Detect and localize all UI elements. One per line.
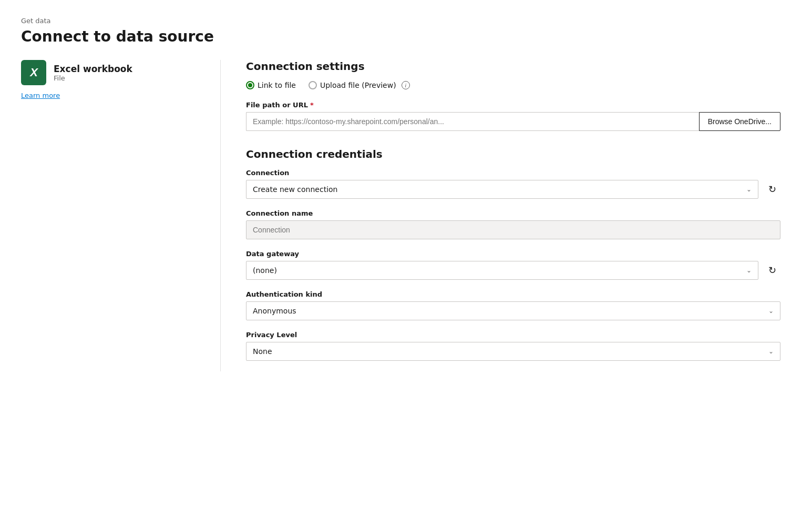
radio-circle-link-to-file bbox=[246, 81, 254, 89]
connection-name-label: Connection name bbox=[246, 209, 780, 217]
radio-dot-link-to-file bbox=[248, 83, 252, 87]
data-gateway-value: (none) bbox=[253, 266, 277, 275]
chevron-down-icon-gateway: ⌄ bbox=[746, 267, 752, 274]
source-header: X Excel workbook File bbox=[21, 60, 199, 85]
connection-value: Create new connection bbox=[253, 185, 338, 194]
excel-icon-letter: X bbox=[30, 66, 37, 79]
file-path-input[interactable] bbox=[246, 112, 699, 131]
source-info: Excel workbook File bbox=[54, 64, 132, 82]
data-gateway-group: Data gateway (none) ⌄ ↻ bbox=[246, 250, 780, 280]
source-type: File bbox=[54, 74, 132, 82]
privacy-level-value: None bbox=[253, 347, 272, 356]
connection-credentials-title: Connection credentials bbox=[246, 148, 780, 160]
required-star: * bbox=[310, 101, 314, 109]
connection-settings-title: Connection settings bbox=[246, 60, 780, 73]
learn-more-link[interactable]: Learn more bbox=[21, 92, 199, 99]
connection-name-group: Connection name bbox=[246, 209, 780, 239]
info-icon[interactable]: i bbox=[402, 81, 410, 89]
radio-circle-upload-file bbox=[309, 81, 317, 89]
file-path-row: Browse OneDrive... bbox=[246, 112, 780, 131]
auth-kind-value: Anonymous bbox=[253, 307, 296, 315]
source-name: Excel workbook bbox=[54, 64, 132, 74]
auth-kind-label: Authentication kind bbox=[246, 290, 780, 298]
connection-refresh-button[interactable]: ↻ bbox=[764, 181, 780, 198]
data-gateway-select-row: (none) ⌄ ↻ bbox=[246, 261, 780, 280]
connection-select-row: Create new connection ⌄ ↻ bbox=[246, 180, 780, 199]
browse-onedrive-button[interactable]: Browse OneDrive... bbox=[699, 112, 780, 131]
gateway-refresh-button[interactable]: ↻ bbox=[764, 262, 780, 279]
data-gateway-select[interactable]: (none) ⌄ bbox=[246, 261, 758, 280]
privacy-level-group: Privacy Level None ⌄ bbox=[246, 331, 780, 361]
chevron-down-icon-auth: ⌄ bbox=[768, 307, 774, 315]
radio-link-to-file[interactable]: Link to file bbox=[246, 81, 296, 89]
refresh-icon-gateway: ↻ bbox=[768, 265, 776, 276]
data-gateway-label: Data gateway bbox=[246, 250, 780, 258]
chevron-down-icon-privacy: ⌄ bbox=[768, 348, 774, 355]
connection-select[interactable]: Create new connection ⌄ bbox=[246, 180, 758, 199]
radio-group: Link to file Upload file (Preview) i bbox=[246, 81, 780, 89]
privacy-level-label: Privacy Level bbox=[246, 331, 780, 339]
breadcrumb: Get data bbox=[21, 17, 791, 25]
connection-field-label: Connection bbox=[246, 169, 780, 177]
connection-field-group: Connection Create new connection ⌄ ↻ bbox=[246, 169, 780, 199]
excel-icon: X bbox=[21, 60, 46, 85]
file-path-group: File path or URL * Browse OneDrive... bbox=[246, 101, 780, 131]
auth-kind-select[interactable]: Anonymous ⌄ bbox=[246, 301, 780, 320]
right-panel: Connection settings Link to file Upload … bbox=[221, 60, 791, 371]
page-title: Connect to data source bbox=[21, 28, 791, 45]
chevron-down-icon: ⌄ bbox=[746, 186, 752, 193]
auth-kind-group: Authentication kind Anonymous ⌄ bbox=[246, 290, 780, 320]
refresh-icon: ↻ bbox=[768, 184, 776, 195]
source-card: X Excel workbook File Learn more bbox=[21, 60, 199, 99]
radio-label-link-to-file: Link to file bbox=[258, 81, 296, 89]
connection-name-input[interactable] bbox=[246, 220, 780, 239]
radio-label-upload-file: Upload file (Preview) bbox=[320, 81, 396, 89]
radio-upload-file[interactable]: Upload file (Preview) i bbox=[309, 81, 410, 89]
left-panel: X Excel workbook File Learn more bbox=[21, 60, 221, 371]
privacy-level-select[interactable]: None ⌄ bbox=[246, 342, 780, 361]
file-path-label: File path or URL * bbox=[246, 101, 780, 109]
credentials-section: Connection credentials Connection Create… bbox=[246, 148, 780, 361]
